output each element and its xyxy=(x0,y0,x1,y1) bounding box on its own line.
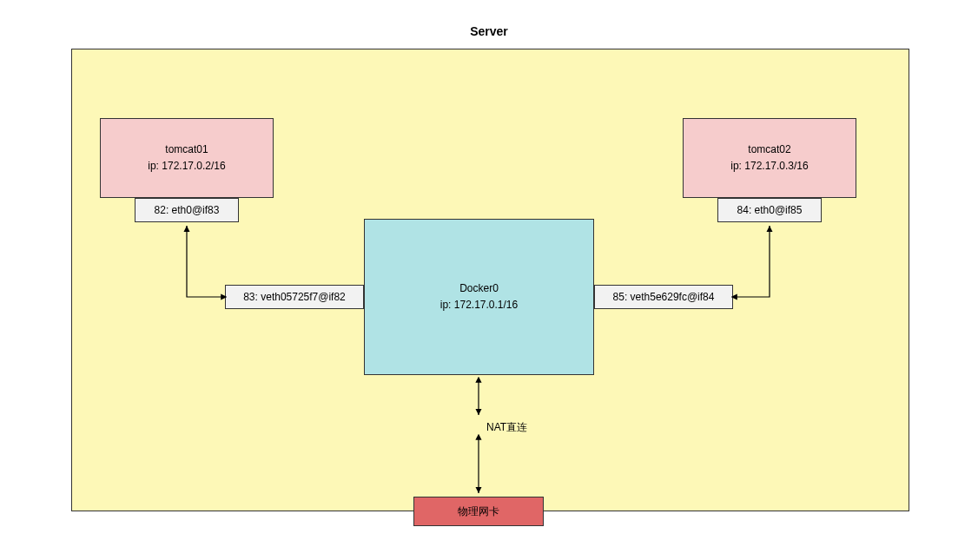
tomcat02-eth-label: 84: eth0@if85 xyxy=(717,198,822,222)
veth1-label: 83: veth05725f7@if82 xyxy=(225,285,364,309)
veth1-text: 83: veth05725f7@if82 xyxy=(243,291,346,303)
veth2-label: 85: veth5e629fc@if84 xyxy=(594,285,733,309)
tomcat01-eth-label: 82: eth0@if83 xyxy=(135,198,239,222)
diagram-canvas: Server tomcat01 ip: 172.17.0.2/16 82: et… xyxy=(0,0,978,560)
physical-nic-text: 物理网卡 xyxy=(458,504,499,519)
tomcat01-ip: ip: 172.17.0.2/16 xyxy=(148,158,225,175)
tomcat01-box: tomcat01 ip: 172.17.0.2/16 xyxy=(100,118,274,198)
tomcat02-name: tomcat02 xyxy=(748,142,790,158)
tomcat02-box: tomcat02 ip: 172.17.0.3/16 xyxy=(683,118,856,198)
docker0-box: Docker0 ip: 172.17.0.1/16 xyxy=(364,219,594,375)
tomcat01-eth: 82: eth0@if83 xyxy=(155,204,220,216)
docker0-name: Docker0 xyxy=(459,280,499,297)
physical-nic-box: 物理网卡 xyxy=(413,497,544,526)
tomcat02-eth: 84: eth0@if85 xyxy=(737,204,803,216)
nat-label: NAT直连 xyxy=(486,420,527,435)
docker0-ip: ip: 172.17.0.1/16 xyxy=(440,297,518,313)
server-title: Server xyxy=(0,24,978,38)
tomcat02-ip: ip: 172.17.0.3/16 xyxy=(730,158,808,175)
veth2-text: 85: veth5e629fc@if84 xyxy=(613,291,715,303)
tomcat01-name: tomcat01 xyxy=(165,142,208,158)
